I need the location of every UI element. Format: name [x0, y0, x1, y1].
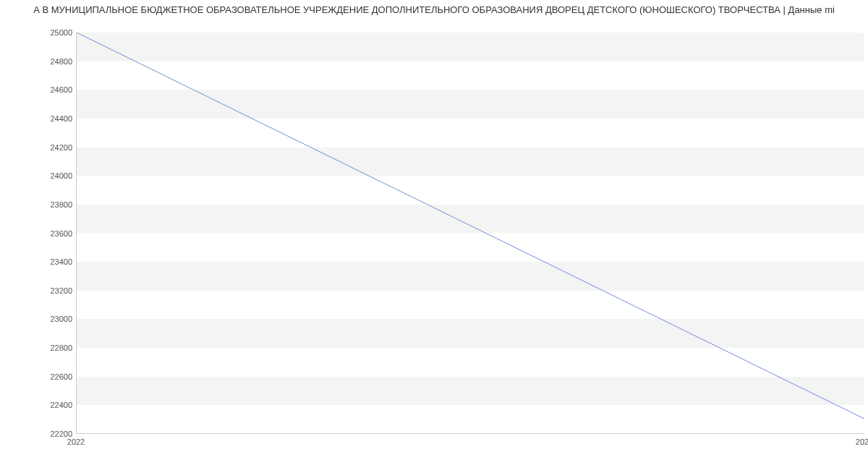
- line-series: [77, 33, 864, 419]
- y-tick-label: 23600: [7, 229, 72, 238]
- y-tick-label: 24000: [7, 171, 72, 180]
- y-tick-label: 23200: [7, 286, 72, 295]
- y-tick-label: 24800: [7, 57, 72, 66]
- y-tick-label: 23000: [7, 315, 72, 323]
- y-tick-label: 22800: [7, 343, 72, 352]
- plot-area: [76, 33, 864, 434]
- y-tick-label: 22400: [7, 401, 72, 409]
- y-tick-label: 22600: [7, 372, 72, 381]
- x-tick-label: 2022: [67, 437, 85, 446]
- y-tick-label: 23400: [7, 257, 72, 266]
- data-line-svg: [77, 33, 864, 433]
- chart-container: А В МУНИЦИПАЛЬНОЕ БЮДЖЕТНОЕ ОБРАЗОВАТЕЛЬ…: [0, 0, 868, 470]
- y-tick-label: 24200: [7, 143, 72, 152]
- chart-title: А В МУНИЦИПАЛЬНОЕ БЮДЖЕТНОЕ ОБРАЗОВАТЕЛЬ…: [0, 4, 868, 15]
- y-tick-label: 24600: [7, 85, 72, 94]
- y-tick-label: 23800: [7, 200, 72, 209]
- y-tick-label: 25000: [7, 28, 72, 37]
- y-tick-label: 22200: [7, 430, 72, 438]
- x-tick-label: 2024: [856, 437, 868, 446]
- y-tick-label: 24400: [7, 114, 72, 123]
